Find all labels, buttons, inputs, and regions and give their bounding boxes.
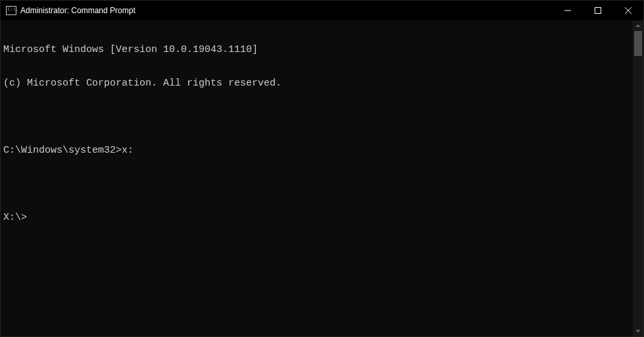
chevron-up-icon xyxy=(635,24,641,27)
titlebar[interactable]: C:\. Administrator: Command Prompt xyxy=(1,1,643,20)
close-button[interactable] xyxy=(613,1,643,20)
command-prompt-window: C:\. Administrator: Command Prompt xyxy=(0,0,644,337)
terminal-line xyxy=(3,111,630,122)
svg-rect-1 xyxy=(595,8,601,14)
cmd-icon: C:\. xyxy=(6,5,16,16)
scroll-up-arrow-icon[interactable] xyxy=(633,20,643,31)
window-controls xyxy=(553,1,643,20)
scroll-down-arrow-icon[interactable] xyxy=(633,326,643,336)
terminal-line: C:\Windows\system32>x: xyxy=(3,145,630,156)
window-title: Administrator: Command Prompt xyxy=(20,6,136,15)
terminal-line: X:\> xyxy=(3,212,630,223)
scroll-track[interactable] xyxy=(633,31,643,326)
maximize-icon xyxy=(595,7,601,14)
vertical-scrollbar[interactable] xyxy=(633,20,643,336)
maximize-button[interactable] xyxy=(583,1,613,20)
terminal-area: Microsoft Windows [Version 10.0.19043.11… xyxy=(1,20,643,336)
terminal-line: (c) Microsoft Corporation. All rights re… xyxy=(3,78,630,89)
terminal-line: Microsoft Windows [Version 10.0.19043.11… xyxy=(3,44,630,55)
terminal-content[interactable]: Microsoft Windows [Version 10.0.19043.11… xyxy=(1,20,633,336)
scroll-thumb[interactable] xyxy=(634,31,642,56)
close-icon xyxy=(625,7,632,14)
minimize-button[interactable] xyxy=(553,1,583,20)
cmd-icon-glyph: C:\. xyxy=(6,6,16,15)
minimize-icon xyxy=(564,7,571,14)
chevron-down-icon xyxy=(635,330,641,332)
terminal-line xyxy=(3,178,630,190)
